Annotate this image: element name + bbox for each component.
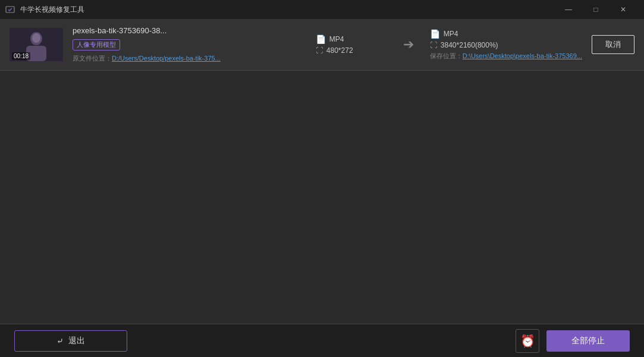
svg-point-4 — [32, 33, 40, 43]
input-resolution-label: 480*272 — [326, 46, 353, 55]
save-label: 保存位置： — [430, 52, 463, 59]
save-path-value[interactable]: D:\Users\Desktop\pexels-ba-tik-375369... — [463, 52, 582, 59]
output-file-icon: 📄 — [430, 29, 440, 39]
app-title: 牛学长视频修复工具 — [20, 5, 84, 15]
arrow-icon: ➔ — [403, 37, 414, 52]
output-format-block: 📄 MP4 ⛶ 3840*2160(800%) 保存位置：D:\Users\De… — [430, 29, 582, 61]
app-icon — [5, 4, 15, 15]
exit-icon: ⤶ — [56, 336, 64, 346]
source-path-row: 原文件位置：D:/Users/Desktop/pexels-ba-tik-375… — [73, 54, 306, 63]
file-info: pexels-ba-tik-3753690-38... 人像专用模型 原文件位置… — [73, 26, 306, 63]
bottom-bar: ⤶ 退出 ⏰ 全部停止 — [0, 324, 644, 357]
output-format-row: 📄 MP4 — [430, 29, 582, 39]
exit-label: 退出 — [68, 336, 85, 346]
output-resolution-label: 3840*2160(800%) — [441, 41, 498, 49]
input-res-row: ⛶ 480*272 — [316, 46, 387, 55]
minimize-button[interactable]: — — [555, 0, 582, 19]
source-path-value[interactable]: D:/Users/Desktop/pexels-ba-tik-375... — [112, 55, 221, 62]
source-label: 原文件位置： — [73, 55, 112, 62]
title-bar: 牛学长视频修复工具 — □ ✕ — [0, 0, 644, 19]
file-row: 00:18 pexels-ba-tik-3753690-38... 人像专用模型… — [0, 19, 644, 71]
input-format-row: 📄 MP4 — [316, 34, 387, 44]
video-timestamp: 00:18 — [12, 52, 30, 60]
title-bar-left: 牛学长视频修复工具 — [5, 4, 84, 15]
save-path-row: 保存位置：D:\Users\Desktop\pexels-ba-tik-3753… — [430, 52, 582, 61]
input-file-icon: 📄 — [316, 34, 326, 44]
thumbnail-image: 00:18 — [10, 28, 63, 61]
bottom-right: ⏰ 全部停止 — [516, 329, 630, 353]
cancel-button[interactable]: 取消 — [592, 35, 634, 54]
thumbnail: 00:18 — [10, 28, 63, 61]
input-format-block: 📄 MP4 ⛶ 480*272 — [316, 34, 387, 55]
alarm-button[interactable]: ⏰ — [516, 329, 539, 353]
output-res-row: ⛶ 3840*2160(800%) — [430, 41, 582, 49]
stop-all-button[interactable]: 全部停止 — [546, 330, 630, 352]
file-name: pexels-ba-tik-3753690-38... — [73, 26, 306, 35]
input-format-label: MP4 — [329, 35, 344, 43]
output-format-label: MP4 — [444, 30, 458, 38]
window-controls: — □ ✕ — [555, 0, 637, 19]
model-tag: 人像专用模型 — [73, 39, 120, 50]
exit-button[interactable]: ⤶ 退出 — [14, 330, 127, 352]
close-button[interactable]: ✕ — [610, 0, 637, 19]
output-res-icon: ⛶ — [430, 41, 437, 49]
input-res-icon: ⛶ — [316, 46, 323, 55]
main-content: 00:18 pexels-ba-tik-3753690-38... 人像专用模型… — [0, 19, 644, 324]
empty-area — [0, 71, 644, 324]
arrow-wrap: ➔ — [397, 37, 420, 52]
alarm-icon: ⏰ — [520, 334, 535, 348]
maximize-button[interactable]: □ — [582, 0, 610, 19]
